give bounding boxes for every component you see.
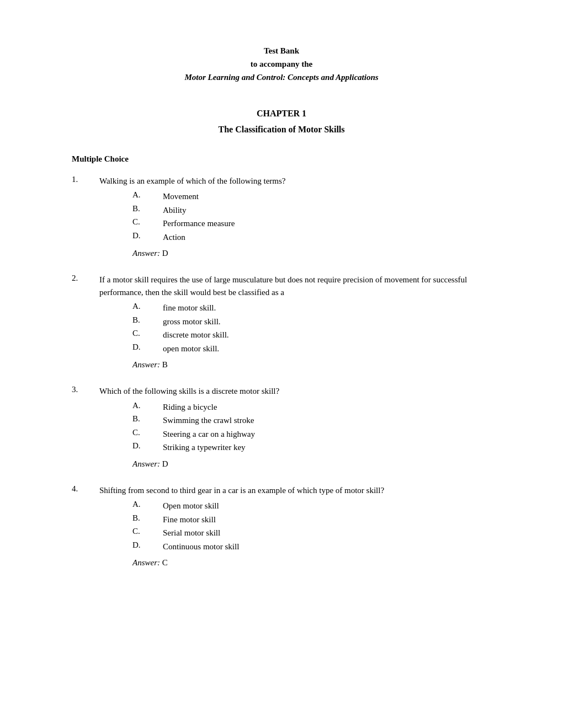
question-4: 4. Shifting from second to third gear in…	[72, 484, 491, 568]
option-4b-text: Fine motor skill	[163, 513, 216, 526]
option-3b: B. Swimming the crawl stroke	[132, 414, 491, 427]
option-1c-letter: C.	[132, 217, 163, 230]
section-label: Multiple Choice	[72, 154, 491, 164]
option-4d: D. Continuous motor skill	[132, 540, 491, 553]
question-3-options: A. Riding a bicycle B. Swimming the craw…	[132, 401, 491, 454]
option-1d: D. Action	[132, 231, 491, 244]
question-2-answer-value: B	[162, 360, 168, 369]
question-4-answer-label: Answer	[132, 558, 157, 567]
option-4c: C. Serial motor skill	[132, 527, 491, 539]
question-1-number: 1.	[72, 175, 99, 188]
option-3c: C. Steering a car on a highway	[132, 428, 491, 441]
option-3a-text: Riding a bicycle	[163, 401, 217, 414]
header-line3: Motor Learning and Control: Concepts and…	[72, 71, 491, 84]
option-2d: D. open motor skill.	[132, 342, 491, 355]
question-2-answer-colon: :	[157, 360, 162, 369]
question-3-answer: Answer: D	[132, 459, 491, 469]
question-3-text: Which of the following skills is a discr…	[99, 385, 491, 398]
option-2b-letter: B.	[132, 315, 163, 328]
option-1b-text: Ability	[163, 204, 187, 217]
option-1d-text: Action	[163, 231, 185, 244]
question-2-text: If a motor skill requires the use of lar…	[99, 274, 491, 298]
question-3-row: 3. Which of the following skills is a di…	[72, 385, 491, 398]
question-4-options: A. Open motor skill B. Fine motor skill …	[132, 500, 491, 553]
question-3-answer-label: Answer	[132, 459, 157, 468]
header: Test Bank to accompany the Motor Learnin…	[72, 44, 491, 84]
question-1-text: Walking is an example of which of the fo…	[99, 175, 491, 188]
option-2c: C. discrete motor skill.	[132, 329, 491, 341]
page: Test Bank to accompany the Motor Learnin…	[0, 0, 563, 728]
question-1-answer-value: D	[162, 249, 168, 258]
option-1a: A. Movement	[132, 190, 491, 203]
question-1-answer-colon: :	[157, 249, 162, 258]
option-2a-letter: A.	[132, 302, 163, 314]
chapter-number: CHAPTER 1	[72, 106, 491, 122]
option-3d: D. Striking a typewriter key	[132, 441, 491, 454]
header-line2: to accompany the	[72, 57, 491, 71]
option-3a: A. Riding a bicycle	[132, 401, 491, 414]
option-1c: C. Performance measure	[132, 217, 491, 230]
option-3a-letter: A.	[132, 401, 163, 414]
option-4a-text: Open motor skill	[163, 500, 219, 512]
option-3c-letter: C.	[132, 428, 163, 441]
option-2d-text: open motor skill.	[163, 342, 219, 355]
option-2a-text: fine motor skill.	[163, 302, 216, 314]
question-3-answer-value: D	[162, 459, 168, 468]
option-2c-letter: C.	[132, 329, 163, 341]
question-4-answer: Answer: C	[132, 558, 491, 568]
question-4-number: 4.	[72, 484, 99, 497]
question-4-row: 4. Shifting from second to third gear in…	[72, 484, 491, 497]
question-1-options: A. Movement B. Ability C. Performance me…	[132, 190, 491, 243]
question-4-answer-value: C	[162, 558, 168, 567]
question-2-answer-label: Answer	[132, 360, 157, 369]
option-2c-text: discrete motor skill.	[163, 329, 229, 341]
option-1a-text: Movement	[163, 190, 199, 203]
option-3d-text: Striking a typewriter key	[163, 441, 246, 454]
chapter-heading: CHAPTER 1 The Classification of Motor Sk…	[72, 106, 491, 138]
option-2a: A. fine motor skill.	[132, 302, 491, 314]
option-1b-letter: B.	[132, 204, 163, 217]
option-3c-text: Steering a car on a highway	[163, 428, 255, 441]
option-3b-letter: B.	[132, 414, 163, 427]
question-2-answer: Answer: B	[132, 360, 491, 370]
question-2: 2. If a motor skill requires the use of …	[72, 274, 491, 370]
option-1a-letter: A.	[132, 190, 163, 203]
question-1-row: 1. Walking is an example of which of the…	[72, 175, 491, 188]
option-3d-letter: D.	[132, 441, 163, 454]
question-1-answer: Answer: D	[132, 249, 491, 258]
header-line1: Test Bank	[72, 44, 491, 57]
option-4b: B. Fine motor skill	[132, 513, 491, 526]
question-2-number: 2.	[72, 274, 99, 298]
question-4-text: Shifting from second to third gear in a …	[99, 484, 491, 497]
option-1b: B. Ability	[132, 204, 491, 217]
question-2-row: 2. If a motor skill requires the use of …	[72, 274, 491, 298]
option-4d-letter: D.	[132, 540, 163, 553]
question-1: 1. Walking is an example of which of the…	[72, 175, 491, 259]
option-4c-text: Serial motor skill	[163, 527, 220, 539]
question-4-answer-colon: :	[157, 558, 162, 567]
option-4a-letter: A.	[132, 500, 163, 512]
option-2d-letter: D.	[132, 342, 163, 355]
option-4d-text: Continuous motor skill	[163, 540, 239, 553]
question-3-number: 3.	[72, 385, 99, 398]
option-3b-text: Swimming the crawl stroke	[163, 414, 254, 427]
option-4b-letter: B.	[132, 513, 163, 526]
chapter-title: The Classification of Motor Skills	[72, 122, 491, 138]
option-1d-letter: D.	[132, 231, 163, 244]
questions-list: 1. Walking is an example of which of the…	[72, 175, 491, 568]
question-2-options: A. fine motor skill. B. gross motor skil…	[132, 302, 491, 355]
option-4c-letter: C.	[132, 527, 163, 539]
option-2b: B. gross motor skill.	[132, 315, 491, 328]
option-1c-text: Performance measure	[163, 217, 235, 230]
option-4a: A. Open motor skill	[132, 500, 491, 512]
option-2b-text: gross motor skill.	[163, 315, 221, 328]
question-3: 3. Which of the following skills is a di…	[72, 385, 491, 469]
question-1-answer-label: Answer	[132, 249, 157, 258]
question-3-answer-colon: :	[157, 459, 162, 468]
